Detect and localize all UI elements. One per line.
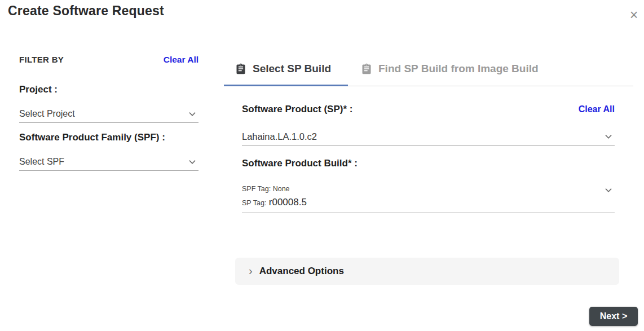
clipboard-icon	[235, 63, 246, 75]
software-product-build-label: Software Product Build* :	[242, 158, 358, 169]
tab-find-sp-build-from-image-build[interactable]: Find SP Build from Image Build	[361, 63, 539, 75]
chevron-down-icon	[602, 130, 615, 143]
create-software-request-dialog: Create Software Request × FILTER BY Clea…	[0, 0, 644, 331]
close-icon[interactable]: ×	[625, 6, 643, 24]
software-product-label: Software Product (SP)* :	[242, 104, 352, 115]
spf-label: Software Product Family (SPF) :	[19, 132, 165, 143]
filter-clear-all-link[interactable]: Clear All	[164, 55, 199, 65]
page-title: Create Software Request	[8, 3, 164, 19]
advanced-options-label: Advanced Options	[259, 266, 344, 277]
project-select-value: Select Project	[19, 109, 75, 119]
sp-tag-label: SP Tag:	[242, 199, 266, 207]
chevron-down-icon	[186, 108, 199, 120]
software-product-select-value: Lahaina.LA.1.0.c2	[242, 131, 317, 142]
filter-by-label: FILTER BY	[19, 55, 64, 64]
software-product-build-select[interactable]: SPF Tag: None SP Tag: r00008.5	[242, 180, 615, 213]
active-tab-indicator	[224, 85, 348, 86]
project-label: Project :	[19, 84, 58, 95]
project-select[interactable]: Select Project	[19, 105, 199, 123]
sp-clear-all-link[interactable]: Clear All	[579, 104, 615, 114]
advanced-options-toggle[interactable]: › Advanced Options	[235, 258, 619, 285]
chevron-right-icon: ›	[249, 265, 253, 276]
tab-select-sp-build-label: Select SP Build	[253, 63, 331, 75]
spf-select-value: Select SPF	[19, 157, 64, 167]
tab-select-sp-build[interactable]: Select SP Build	[235, 63, 331, 75]
spf-select[interactable]: Select SPF	[19, 153, 199, 171]
software-product-select[interactable]: Lahaina.LA.1.0.c2	[242, 127, 615, 146]
sp-tag-value: r00008.5	[269, 197, 307, 208]
tab-find-sp-build-label: Find SP Build from Image Build	[378, 63, 539, 75]
next-button[interactable]: Next >	[589, 307, 638, 326]
spf-tag-line: SPF Tag: None	[242, 185, 307, 193]
chevron-down-icon	[186, 156, 199, 168]
clipboard-icon	[361, 63, 372, 75]
filter-header: FILTER BY Clear All	[19, 55, 199, 65]
chevron-down-icon	[602, 184, 615, 196]
sp-tag-line: SP Tag: r00008.5	[242, 197, 307, 208]
